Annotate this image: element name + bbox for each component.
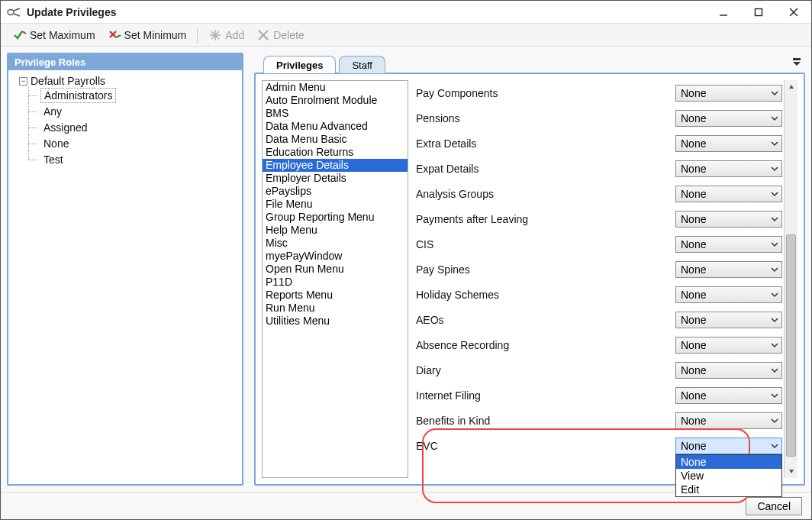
permissions-grid-wrap: Pay ComponentsNonePensionsNoneExtra Deta… [416, 80, 798, 478]
set-maximum-button[interactable]: Set Maximum [8, 27, 100, 44]
permission-value: None [681, 188, 706, 200]
minimize-button[interactable] [706, 1, 741, 24]
tree-item[interactable]: Any [19, 103, 237, 119]
permission-dropdown[interactable]: None [675, 160, 782, 177]
category-item[interactable]: Reports Menu [263, 289, 408, 302]
permission-label: Pay Components [416, 87, 675, 99]
tab-privileges-label: Privileges [276, 60, 323, 71]
category-item[interactable]: File Menu [263, 198, 408, 211]
category-listbox[interactable]: Admin MenuAuto Enrolment ModuleBMSData M… [262, 80, 408, 478]
scroll-down-icon[interactable] [785, 464, 798, 478]
permission-value: None [681, 137, 706, 150]
category-item[interactable]: Admin Menu [263, 81, 408, 94]
collapse-icon[interactable]: − [19, 77, 27, 86]
permission-dropdown-popup[interactable]: NoneViewEdit [675, 454, 782, 497]
tree-item-label: Assigned [40, 121, 91, 134]
chevron-down-icon [771, 417, 778, 425]
category-item[interactable]: Utilities Menu [263, 315, 408, 328]
permission-dropdown[interactable]: None [675, 312, 782, 328]
category-item[interactable]: Data Menu Advanced [263, 120, 408, 133]
permission-dropdown[interactable]: None [675, 387, 782, 404]
scroll-thumb[interactable] [786, 234, 796, 457]
permission-value: None [681, 289, 706, 301]
permission-dropdown[interactable]: None [675, 412, 782, 429]
scroll-up-icon[interactable] [785, 80, 798, 94]
permissions-grid: Pay ComponentsNonePensionsNoneExtra Deta… [416, 80, 784, 478]
scroll-track[interactable] [785, 94, 798, 464]
tree-item-label: None [40, 137, 72, 150]
category-item[interactable]: myePayWindow [263, 250, 408, 263]
dropdown-option[interactable]: View [676, 469, 781, 483]
category-item[interactable]: Misc [263, 237, 408, 250]
permission-row: Pay ComponentsNone [416, 80, 782, 105]
tab-privileges-page: Admin MenuAuto Enrolment ModuleBMSData M… [254, 73, 805, 486]
roles-tree[interactable]: − Default Payrolls AdministratorsAnyAssi… [8, 70, 242, 484]
permission-label: CIS [416, 238, 675, 250]
tree-item[interactable]: Assigned [19, 119, 237, 135]
permission-label: Extra Details [416, 137, 675, 150]
permission-label: Pay Spines [416, 263, 675, 276]
set-minimum-label: Set Minimum [124, 29, 187, 41]
category-item[interactable]: ePayslips [263, 185, 408, 198]
window-buttons [706, 1, 811, 24]
chevron-down-icon [771, 266, 778, 273]
category-item[interactable]: Help Menu [263, 224, 408, 237]
cancel-button[interactable]: Cancel [746, 497, 802, 515]
permission-label: Expat Details [416, 163, 675, 175]
tree-item[interactable]: None [19, 135, 237, 151]
dropdown-option[interactable]: None [676, 455, 781, 469]
chevron-down-icon [771, 316, 778, 324]
titlebar: Update Privileges [1, 1, 811, 24]
permission-dropdown[interactable]: None [675, 211, 782, 228]
permission-label: Benefits in Kind [416, 415, 675, 427]
category-item[interactable]: Auto Enrolment Module [263, 94, 408, 107]
permission-label: Analysis Groups [416, 188, 675, 200]
tab-privileges[interactable]: Privileges [263, 56, 336, 73]
permission-dropdown[interactable]: None [675, 261, 782, 278]
permission-label: Absence Recording [416, 339, 675, 351]
permission-value: None [681, 213, 706, 225]
dropdown-option[interactable]: Edit [676, 483, 781, 496]
permission-dropdown[interactable]: None [675, 438, 782, 454]
permission-dropdown[interactable]: None [675, 85, 782, 102]
category-item[interactable]: P11D [263, 276, 408, 289]
chevron-down-icon [771, 291, 778, 299]
add-label: Add [225, 29, 244, 41]
tab-overflow-icon[interactable] [793, 57, 801, 68]
category-item[interactable]: Employer Details [263, 172, 408, 185]
permission-dropdown[interactable]: None [675, 236, 782, 253]
chevron-down-icon [771, 140, 778, 147]
close-button[interactable] [776, 1, 811, 24]
category-item[interactable]: BMS [263, 107, 408, 120]
permission-row: Internet FilingNone [416, 383, 782, 408]
roles-panel: Privilege Roles − Default Payrolls Admin… [7, 53, 243, 486]
chevron-down-icon [771, 215, 778, 223]
permission-dropdown[interactable]: None [675, 110, 782, 127]
svg-point-0 [8, 9, 14, 15]
roles-panel-header: Privilege Roles [8, 54, 242, 70]
maximize-button[interactable] [741, 1, 776, 24]
permission-label: EVC [416, 440, 675, 452]
permission-dropdown[interactable]: None [675, 135, 782, 152]
permission-dropdown[interactable]: None [675, 286, 782, 303]
tree-root[interactable]: − Default Payrolls [19, 75, 237, 87]
category-item[interactable]: Education Returns [263, 146, 408, 159]
tree-item[interactable]: Test [19, 151, 237, 167]
category-item[interactable]: Employee Details [263, 159, 408, 172]
svg-marker-15 [789, 85, 794, 89]
tabstrip: Privileges Staff [254, 53, 805, 73]
category-item[interactable]: Open Run Menu [263, 263, 408, 276]
category-item[interactable]: Group Reporting Menu [263, 211, 408, 224]
tab-staff[interactable]: Staff [339, 56, 385, 73]
permission-row: Benefits in KindNone [416, 408, 782, 433]
tree-item[interactable]: Administrators [19, 87, 237, 103]
permission-value: None [681, 263, 706, 276]
set-minimum-button[interactable]: Set Minimum [103, 27, 192, 44]
chevron-down-icon [771, 367, 778, 374]
permission-dropdown[interactable]: None [675, 362, 782, 379]
permission-dropdown[interactable]: None [675, 186, 782, 202]
category-item[interactable]: Run Menu [263, 302, 408, 315]
grid-scrollbar[interactable] [784, 80, 798, 478]
category-item[interactable]: Data Menu Basic [263, 133, 408, 146]
permission-dropdown[interactable]: None [675, 337, 782, 354]
